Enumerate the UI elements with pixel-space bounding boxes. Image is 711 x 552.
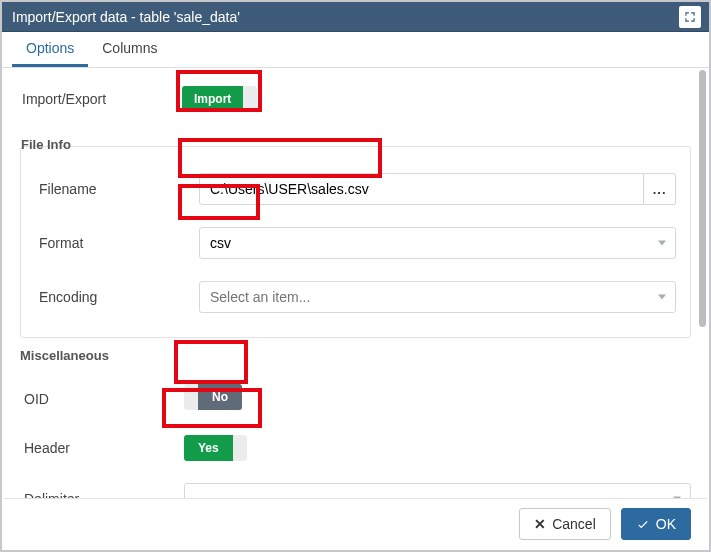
import-export-toggle[interactable]: Import bbox=[182, 86, 257, 112]
ok-button[interactable]: OK bbox=[621, 508, 691, 540]
filename-input[interactable] bbox=[199, 173, 644, 205]
header-toggle[interactable]: Yes bbox=[184, 435, 247, 461]
oid-toggle[interactable]: No bbox=[184, 384, 242, 410]
fieldset-file-info: File Info Filename ... Format bbox=[20, 146, 691, 338]
scrollbar-thumb[interactable] bbox=[699, 70, 706, 327]
close-icon: ✕ bbox=[534, 516, 546, 532]
import-export-label: Import/Export bbox=[22, 91, 182, 107]
format-select[interactable] bbox=[199, 227, 676, 259]
misc-legend: Miscellaneous bbox=[20, 348, 109, 363]
dialog-titlebar: Import/Export data - table 'sale_data' bbox=[2, 2, 709, 32]
cancel-label: Cancel bbox=[552, 516, 596, 532]
oid-toggle-text: No bbox=[198, 384, 242, 410]
header-label: Header bbox=[24, 440, 184, 456]
tab-columns[interactable]: Columns bbox=[88, 32, 171, 67]
check-icon bbox=[636, 517, 650, 531]
fieldset-miscellaneous: Miscellaneous OID No Header Yes bbox=[20, 358, 691, 500]
expand-icon bbox=[683, 10, 697, 24]
oid-label: OID bbox=[24, 391, 184, 407]
cancel-button[interactable]: ✕ Cancel bbox=[519, 508, 611, 540]
tab-bar: Options Columns bbox=[2, 32, 709, 68]
format-label: Format bbox=[39, 235, 199, 251]
encoding-label: Encoding bbox=[39, 289, 199, 305]
form-options: Import/Export Import File Info Filename … bbox=[2, 68, 709, 500]
tab-options[interactable]: Options bbox=[12, 32, 88, 67]
header-toggle-text: Yes bbox=[184, 435, 233, 461]
dialog-footer: ✕ Cancel OK bbox=[4, 498, 707, 548]
filename-label: Filename bbox=[39, 181, 199, 197]
scrollbar[interactable] bbox=[697, 70, 707, 498]
dialog-title: Import/Export data - table 'sale_data' bbox=[12, 9, 240, 25]
encoding-select[interactable] bbox=[199, 281, 676, 313]
format-value[interactable] bbox=[199, 227, 676, 259]
encoding-value[interactable] bbox=[199, 281, 676, 313]
ok-label: OK bbox=[656, 516, 676, 532]
browse-button[interactable]: ... bbox=[644, 173, 676, 205]
maximize-button[interactable] bbox=[679, 6, 701, 28]
import-toggle-text: Import bbox=[182, 86, 243, 112]
file-info-legend: File Info bbox=[21, 137, 71, 152]
